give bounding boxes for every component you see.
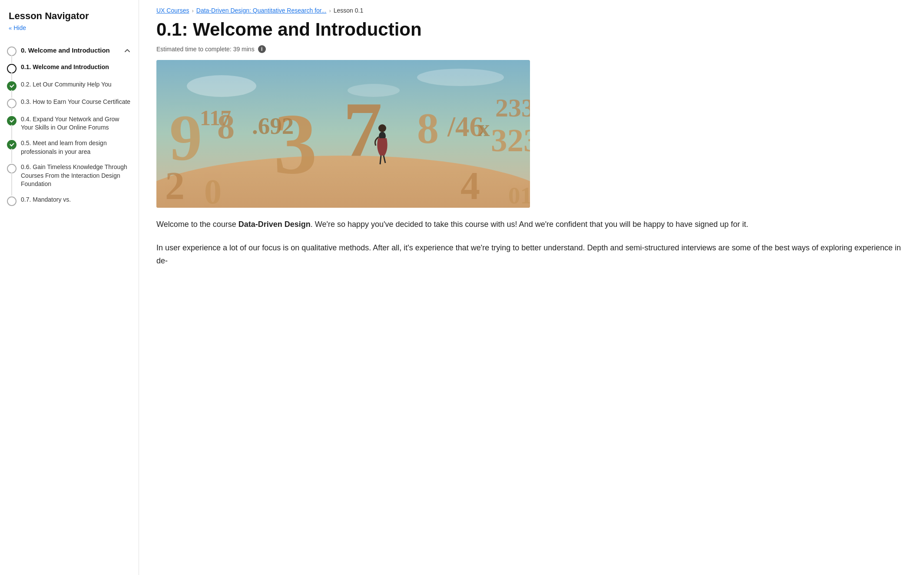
nav-item-0-5[interactable]: 0.5. Meet and learn from design professi… bbox=[0, 136, 139, 160]
svg-point-21 bbox=[378, 124, 386, 132]
nav-item-label-0-2: 0.2. Let Our Community Help You bbox=[21, 80, 132, 89]
lesson-hero-image: 3 7 9 8 117 .692 8 /46 x 323 2 bbox=[156, 60, 530, 208]
svg-text:323: 323 bbox=[491, 122, 530, 158]
nav-indicator-0-5 bbox=[7, 140, 17, 150]
nav-indicator-0-2 bbox=[7, 81, 17, 91]
nav-parent-label: 0. Welcome and Introduction bbox=[21, 46, 123, 55]
chevron-left-icon: « bbox=[9, 25, 12, 31]
svg-text:0: 0 bbox=[204, 173, 222, 208]
nav-item-label-0-1: 0.1. Welcome and Introduction bbox=[21, 63, 132, 72]
lesson-meta: Estimated time to complete: 39 mins i bbox=[139, 40, 924, 60]
breadcrumb-sep-1: › bbox=[192, 7, 193, 14]
hide-sidebar-button[interactable]: « Hide bbox=[9, 24, 26, 31]
nav-item-label-0-3: 0.3. How to Earn Your Course Certificate bbox=[21, 98, 132, 106]
lesson-body: Welcome to the course Data-Driven Design… bbox=[139, 218, 924, 267]
nav-item-label-0-7: 0.7. Mandatory vs. bbox=[21, 196, 132, 204]
lesson-nav: 0. Welcome and Introduction 0.1. Welcome… bbox=[0, 35, 139, 209]
breadcrumb: UX Courses › Data-Driven Design: Quantit… bbox=[139, 0, 924, 14]
nav-indicator-0-3 bbox=[7, 99, 17, 108]
sidebar-title: Lesson Navigator bbox=[9, 10, 130, 22]
svg-text:4: 4 bbox=[460, 164, 480, 207]
breadcrumb-sep-2: › bbox=[329, 7, 331, 14]
nav-item-label-0-4: 0.4. Expand Your Network and Grow Your S… bbox=[21, 115, 132, 132]
nav-item-0-6[interactable]: 0.6. Gain Timeless Knowledge Through Cou… bbox=[0, 160, 139, 192]
lesson-navigator-sidebar: Lesson Navigator « Hide 0. Welcome and I… bbox=[0, 0, 139, 575]
svg-point-2 bbox=[187, 75, 256, 97]
svg-text:3: 3 bbox=[274, 96, 317, 192]
nav-item-0-1[interactable]: 0.1. Welcome and Introduction bbox=[0, 60, 139, 77]
lesson-header: 0.1: Welcome and Introduction bbox=[139, 14, 924, 40]
nav-item-label-0-6: 0.6. Gain Timeless Knowledge Through Cou… bbox=[21, 163, 132, 189]
course-name-bold: Data-Driven Design bbox=[238, 220, 311, 229]
svg-text:8: 8 bbox=[417, 104, 439, 152]
svg-text:7: 7 bbox=[343, 86, 382, 173]
nav-indicator-0-4 bbox=[7, 116, 17, 126]
svg-text:.692: .692 bbox=[252, 113, 294, 139]
svg-point-3 bbox=[417, 69, 504, 86]
main-content: UX Courses › Data-Driven Design: Quantit… bbox=[139, 0, 924, 575]
nav-parent-section[interactable]: 0. Welcome and Introduction bbox=[0, 42, 139, 60]
nav-item-0-3[interactable]: 0.3. How to Earn Your Course Certificate bbox=[0, 94, 139, 112]
hide-label: Hide bbox=[13, 24, 26, 31]
lesson-paragraph-1: Welcome to the course Data-Driven Design… bbox=[156, 218, 907, 231]
nav-item-0-4[interactable]: 0.4. Expand Your Network and Grow Your S… bbox=[0, 112, 139, 136]
lesson-title: 0.1: Welcome and Introduction bbox=[156, 19, 907, 40]
svg-text:2: 2 bbox=[165, 164, 185, 207]
nav-item-0-2[interactable]: 0.2. Let Our Community Help You bbox=[0, 77, 139, 94]
nav-indicator-0-6 bbox=[7, 164, 17, 173]
breadcrumb-current: Lesson 0.1 bbox=[334, 7, 364, 14]
sidebar-header: Lesson Navigator « Hide bbox=[0, 0, 139, 35]
estimated-time-label: Estimated time to complete: 39 mins bbox=[156, 46, 255, 53]
chevron-up-icon bbox=[123, 47, 132, 55]
hero-illustration-svg: 3 7 9 8 117 .692 8 /46 x 323 2 bbox=[156, 60, 530, 208]
svg-text:9: 9 bbox=[169, 102, 202, 174]
svg-text:117: 117 bbox=[200, 106, 231, 130]
nav-item-label-0-5: 0.5. Meet and learn from design professi… bbox=[21, 139, 132, 156]
breadcrumb-course[interactable]: Data-Driven Design: Quantitative Researc… bbox=[196, 7, 327, 14]
svg-line-22 bbox=[380, 156, 381, 164]
lesson-paragraph-2: In user experience a lot of our focus is… bbox=[156, 242, 907, 267]
nav-item-0-7[interactable]: 0.7. Mandatory vs. bbox=[0, 192, 139, 209]
svg-text:01: 01 bbox=[508, 182, 530, 208]
breadcrumb-ux-courses[interactable]: UX Courses bbox=[156, 7, 189, 14]
parent-circle-indicator bbox=[7, 47, 17, 56]
info-icon[interactable]: i bbox=[258, 45, 266, 53]
svg-text:233: 233 bbox=[495, 93, 530, 122]
svg-text:x: x bbox=[478, 115, 490, 141]
nav-indicator-0-1 bbox=[7, 64, 17, 73]
nav-indicator-0-7 bbox=[7, 196, 17, 206]
lesson-image-container: 3 7 9 8 117 .692 8 /46 x 323 2 bbox=[139, 60, 924, 218]
